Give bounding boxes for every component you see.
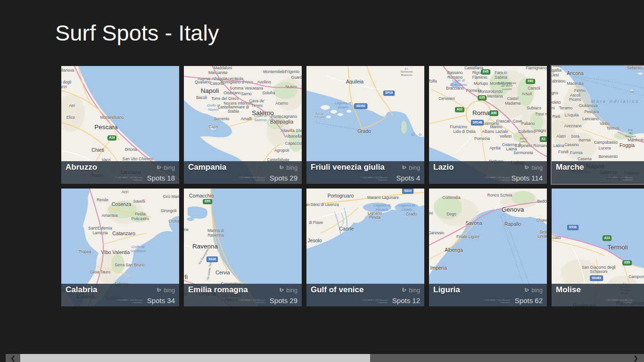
road-badge-icon: SP19	[383, 90, 395, 96]
map-place-label: Macerata	[567, 82, 583, 86]
road-badge-icon: E55	[203, 199, 212, 205]
map-place-label: Jesi	[552, 73, 559, 78]
region-tile[interactable]: GiulianovaRoseto degli AbruzziAtriEliceM…	[61, 66, 179, 184]
map-place-label: Chiavari	[536, 218, 547, 223]
bing-b-icon	[524, 165, 530, 171]
map-place-label: Acerno	[275, 101, 288, 106]
spots-count: Spots 114	[512, 174, 543, 182]
map-place-label: Serra San Bruno	[115, 263, 144, 268]
map-place-label: Strongoli	[161, 209, 177, 214]
map-place-label: Campobasso	[594, 140, 618, 145]
map-place-label: Mare Adriatico	[591, 99, 640, 104]
map-place-label: Novi	[429, 211, 433, 216]
bing-logo: bing	[401, 165, 420, 171]
map-place-label: Napoli	[201, 87, 219, 95]
map-place-label: Morlupo	[474, 82, 488, 86]
map-place-label: Guardia	[291, 75, 302, 80]
map-place-label: Cave	[513, 119, 522, 124]
region-tile[interactable]: MaddaloniMarcianiseAversaAfragolaAcerraN…	[184, 66, 302, 184]
spots-count: Spots 29	[270, 296, 297, 304]
scroll-right-button[interactable]: ❯	[628, 354, 643, 362]
region-tile[interactable]: RomaCastellanaBassano RomanoRignano Flam…	[429, 66, 547, 184]
bing-b-icon	[401, 165, 407, 171]
map-place-label: Carsoli	[528, 86, 540, 91]
map-place-label: Ravenna	[192, 243, 218, 250]
bing-logo: bing	[401, 287, 420, 294]
map-place-label: Petacciato	[552, 236, 561, 240]
map-place-label: P.N. del Gargano	[625, 128, 636, 138]
map-place-label: Giulianova	[578, 104, 597, 108]
map-place-label: Laguna di Grado	[335, 100, 351, 109]
region-name: Calabria	[66, 285, 97, 295]
bing-b-icon	[279, 288, 285, 293]
region-tile[interactable]: PortogruaroMarano LagunareLaguna di Mara…	[306, 189, 424, 306]
map-place-label: Capri	[208, 125, 218, 130]
map-place-label: Marcianise	[208, 71, 228, 75]
map-place-label: Caserta	[578, 157, 592, 162]
region-tile[interactable]: CortemiliaRonco ScriviaGenovaBedoniaDego…	[429, 189, 547, 306]
map-place-label: Laguna di Grado	[398, 203, 415, 212]
map-place-label: Petilia Policastro	[132, 212, 149, 222]
map-place-label: Cirò Marina	[163, 195, 179, 199]
map-place-label: Crotone	[168, 219, 179, 224]
map-place-label: Caorle	[339, 226, 354, 231]
region-tile[interactable]: AquileiaZ.I. Schiavetti BrancoloLaguna d…	[306, 66, 424, 184]
map-place-label: Genova	[502, 206, 524, 214]
map-place-label: Lignano Pineta	[368, 211, 382, 221]
map-place-label: Ortona	[125, 148, 137, 152]
map-place-label: di Piave	[309, 221, 323, 225]
region-name: Lazio	[433, 163, 454, 172]
map-place-label: Capaccio	[285, 141, 302, 146]
chevron-right-icon: ❯	[633, 355, 638, 362]
map-place-label: Catanzaro	[112, 230, 135, 236]
map-place-label: Teramo	[559, 106, 572, 111]
tile-info-bar: Abruzzo bing © 2015 HERE © 2015 Microsof…	[61, 161, 179, 184]
map-place-label: Forlì	[184, 273, 188, 281]
map-place-label: Albanella	[285, 134, 302, 139]
map-place-label: Fabriano	[552, 79, 565, 84]
map-place-label: Battipaglia	[270, 118, 293, 124]
horizontal-scrollbar[interactable]: ❮ ❯	[0, 354, 644, 362]
map-copyright: © 2015 HERE © 2015 Microsoft Corporation	[115, 177, 142, 181]
scrollbar-thumb[interactable]	[20, 354, 370, 362]
road-badge-icon: SS483	[590, 275, 603, 281]
bing-logo: bing	[524, 165, 543, 171]
map-place-label: Solofra	[263, 91, 275, 96]
scroll-left-button[interactable]: ❮	[6, 354, 20, 362]
map-place-label: Gioia Tauro	[90, 270, 110, 275]
map-copyright: © 2015 HERE © 2015 Microsoft Corporation	[115, 299, 142, 304]
map-place-label: Agropoli	[274, 148, 289, 153]
map-place-label: Avellino	[257, 80, 271, 85]
bing-logo-text: bing	[409, 287, 420, 294]
map-place-label: Mentana	[487, 94, 503, 99]
map-copyright: © 2015 HERE © 2015 Microsoft Corporation	[360, 177, 388, 181]
bing-logo: bing	[279, 287, 297, 294]
map-place-label: Paliano	[521, 122, 535, 126]
map-place-label: Sermoneta	[513, 151, 533, 156]
map-place-label: Ottaviano	[223, 91, 240, 96]
tile-info-bar: Campania bing © 2015 HERE © 2015 Microso…	[184, 161, 302, 184]
map-place-label: Campomarino	[628, 275, 644, 280]
bing-logo: bing	[156, 287, 175, 294]
map-place-label: Formia	[570, 151, 582, 156]
map-place-label: Tolfa	[429, 79, 437, 84]
map-place-label: Spoleto	[552, 100, 561, 105]
road-badge-icon: A90	[489, 110, 499, 116]
map-place-label: Colleferro	[518, 130, 536, 134]
region-tile[interactable]: AcriRendeCosenzaSavelliCirò MarinaStrong…	[61, 189, 179, 306]
map-place-label: Bracciano	[446, 86, 464, 91]
map-place-label: Velletri	[500, 134, 512, 139]
region-tile[interactable]: TermoliPetacciatoSan Giacomo degli Schia…	[552, 189, 644, 306]
region-tile[interactable]: PesaroSenigalliaAnconaJesiFabrianoMacera…	[552, 66, 644, 184]
region-tile[interactable]: ComacchioAlfonsineMarina di RavennaRaven…	[184, 189, 302, 306]
map-place-label: Cortemilia	[442, 196, 460, 200]
map-place-label: Lido di Ostia	[453, 130, 475, 134]
map-place-label: Roma	[472, 109, 489, 117]
map-place-label: Lanciano	[582, 117, 599, 122]
tile-info-bar: Lazio bing © 2015 HERE © 2015 Microsoft …	[429, 161, 547, 184]
map-place-label: Pescara	[584, 110, 599, 115]
bing-logo: bing	[524, 287, 543, 294]
bing-b-icon	[401, 288, 407, 293]
bing-logo: bing	[279, 165, 297, 171]
map-place-label: Golfo di Napoli	[207, 103, 220, 111]
